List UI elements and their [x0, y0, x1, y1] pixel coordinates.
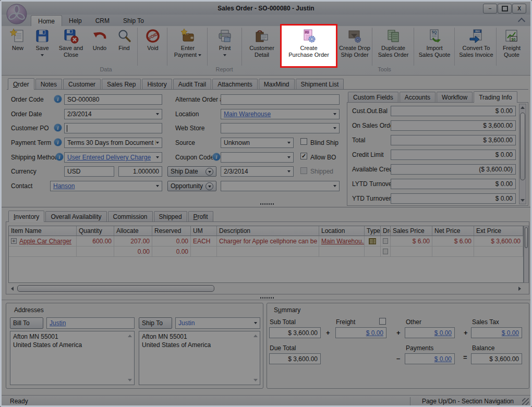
drop-ship-checkbox[interactable] — [383, 249, 388, 254]
column-header[interactable]: Sales Price — [391, 226, 432, 236]
ribbon-tab-shipto[interactable]: Ship To — [116, 15, 151, 26]
info-icon[interactable]: i — [54, 138, 62, 146]
drop-ship-checkbox[interactable] — [383, 238, 388, 244]
close-button[interactable]: X — [512, 4, 526, 14]
import-sales-quote-button[interactable]: SQ Import Sales Quote — [415, 27, 454, 66]
bill-to-address-box[interactable]: Afton MN 55001 United States of America — [10, 331, 135, 385]
freight-field[interactable]: $ 0.00 — [335, 327, 386, 338]
tab-profit[interactable]: Profit — [188, 211, 213, 222]
info-icon[interactable]: i — [212, 153, 221, 161]
grid-row[interactable]: +Apple Car Charger 600.00 207.00 0.00 EA… — [9, 236, 523, 246]
grid-horizontal-scrollbar[interactable] — [8, 285, 524, 292]
ribbon-tab-help[interactable]: Help — [62, 15, 89, 26]
scrollbar-thumb[interactable] — [520, 113, 525, 180]
ribbon-tab-home[interactable]: Home — [31, 15, 62, 27]
info-icon[interactable]: i — [54, 124, 62, 132]
find-button[interactable]: Find — [112, 27, 136, 66]
scroll-up-icon[interactable] — [128, 335, 132, 337]
bill-to-name-field[interactable]: Justin — [46, 317, 135, 329]
tab-history[interactable]: History — [142, 79, 172, 90]
other-link[interactable]: $ 0.00 — [434, 329, 452, 337]
source-field[interactable]: Unknown — [221, 138, 294, 148]
tab-shipped[interactable]: Shipped — [154, 211, 187, 222]
resize-grip[interactable] — [522, 398, 529, 405]
row-expand-icon[interactable]: + — [11, 238, 17, 244]
ship-to-name-field[interactable]: Justin — [175, 317, 260, 329]
column-header[interactable]: Item Name — [9, 226, 77, 236]
scrollbar-thumb[interactable] — [525, 227, 528, 248]
ship-to-value[interactable]: Justin — [178, 319, 195, 327]
blind-ship-checkbox[interactable] — [300, 138, 307, 145]
enter-payment-button[interactable]: Enter Payment — [169, 27, 207, 66]
tab-commission[interactable]: Commission — [108, 211, 153, 222]
sales-tax-field[interactable]: $ 0.00 — [471, 327, 522, 338]
minimize-button[interactable]: – — [483, 4, 497, 14]
new-button[interactable]: New — [7, 27, 29, 66]
ship-to-address-box[interactable]: Afton MN 55001 United States of America — [139, 331, 260, 385]
shipping-method-link[interactable]: User Entered Delivery Charge — [67, 154, 151, 161]
coupon-code-field[interactable] — [221, 152, 294, 163]
opportunity-selector-button[interactable]: Opportunity — [167, 181, 216, 191]
column-header[interactable]: Type — [365, 226, 381, 236]
splitter-handle[interactable] — [260, 297, 275, 299]
ship-date-selector-button[interactable]: Ship Date — [167, 166, 216, 177]
tab-trading-info[interactable]: Trading Info — [474, 91, 517, 103]
shipping-method-field[interactable]: User Entered Delivery Charge — [64, 152, 162, 163]
void-button[interactable]: VOID Void — [139, 27, 166, 66]
maximize-button[interactable] — [498, 4, 512, 14]
column-header[interactable]: Reserved — [152, 226, 191, 236]
ribbon-tab-crm[interactable]: CRM — [89, 15, 116, 26]
currency-rate-field[interactable]: 1.000000 — [118, 166, 162, 177]
tab-shipment-list[interactable]: Shipment List — [296, 79, 344, 90]
scroll-down-icon[interactable] — [128, 379, 132, 381]
tab-maxmind[interactable]: MaxMind — [259, 79, 295, 90]
duplicate-sales-order-button[interactable]: Duplicate Sales Order — [373, 27, 413, 66]
tab-inventory[interactable]: Inventory — [8, 211, 44, 222]
payments-link[interactable]: $ 0.00 — [434, 355, 452, 363]
allow-bo-checkbox[interactable]: ✓ — [300, 153, 307, 159]
web-store-field[interactable] — [221, 123, 340, 133]
scroll-up-icon[interactable] — [253, 335, 258, 337]
tab-audit-trail[interactable]: Audit Trail — [173, 79, 211, 90]
info-icon[interactable]: i — [54, 95, 62, 103]
other-field[interactable]: $ 0.00 — [405, 327, 455, 338]
tab-customer[interactable]: Customer — [63, 79, 101, 90]
column-header[interactable]: Allocate — [114, 226, 152, 236]
trading-vertical-scrollbar[interactable] — [519, 104, 526, 204]
customer-detail-button[interactable]: Customer Detail — [244, 27, 280, 66]
freight-checkbox[interactable] — [379, 318, 386, 325]
tab-accounts[interactable]: Accounts — [400, 92, 436, 103]
scroll-down-icon[interactable] — [253, 379, 258, 381]
bill-to-button[interactable]: Bill To — [10, 317, 43, 329]
tab-attachments[interactable]: Attachments — [212, 79, 258, 90]
print-button[interactable]: Print — [209, 27, 240, 66]
ship-to-button[interactable]: Ship To — [139, 317, 172, 329]
column-header[interactable]: Net Price — [432, 226, 474, 236]
tab-overall-availability[interactable]: Overall Availability — [45, 211, 106, 222]
splitter-handle[interactable] — [260, 203, 275, 205]
customer-po-field[interactable] — [64, 123, 162, 133]
opportunity-field[interactable] — [221, 181, 340, 191]
order-date-field[interactable]: 2/3/2014 — [64, 109, 162, 119]
bill-to-link[interactable]: Justin — [50, 319, 66, 327]
scrollbar-thumb[interactable] — [17, 285, 214, 292]
column-header[interactable]: Location — [319, 226, 365, 236]
alternate-order-field[interactable] — [221, 94, 340, 105]
info-icon[interactable]: i — [55, 153, 64, 161]
sales-tax-link[interactable]: $ 0.00 — [502, 329, 519, 337]
app-orb-icon[interactable] — [6, 3, 28, 25]
column-header[interactable]: Ext Price — [474, 226, 523, 236]
payments-field[interactable]: $ 0.00 — [405, 353, 455, 364]
undo-button[interactable]: Undo — [88, 27, 111, 66]
convert-to-sales-invoice-button[interactable]: INV Convert To Sales Invoice — [456, 27, 497, 66]
column-header[interactable]: Description — [217, 226, 319, 236]
currency-field[interactable]: USD — [64, 166, 114, 177]
tab-custom-fields[interactable]: Custom Fields — [348, 92, 398, 103]
create-purchase-order-button[interactable]: PO Create Purchase Order — [282, 25, 336, 67]
create-drop-ship-order-button[interactable]: Create Drop Ship Order — [338, 27, 371, 66]
contact-link[interactable]: Hanson — [53, 182, 75, 190]
column-header[interactable]: Quantity — [77, 226, 114, 236]
tab-order[interactable]: Order — [8, 78, 34, 90]
save-and-close-button[interactable]: Save and Close — [55, 27, 87, 66]
grid-row[interactable]: 0.00 0.00 — [9, 246, 523, 257]
